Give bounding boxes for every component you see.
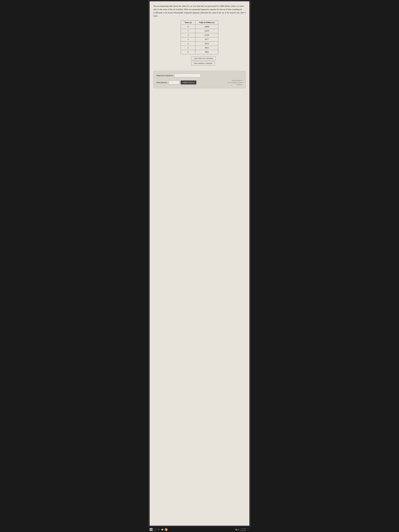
table-row: 211235 [181, 33, 218, 37]
cell-value: 11235 [195, 33, 218, 37]
regression-label: Regression Equation: [157, 74, 173, 77]
table-row: 39177 [181, 37, 218, 42]
table-row: 48214 [181, 42, 218, 46]
search-button[interactable] [154, 528, 156, 531]
final-answer-input[interactable] [169, 81, 179, 84]
table-row: 65862 [181, 50, 218, 54]
final-answer-row: Final Answer: Submit Answer Activate Win… [157, 79, 242, 86]
col-years-header: Years (x) [181, 21, 195, 25]
cell-years: 5 [181, 46, 195, 50]
cell-years: 3 [181, 37, 195, 42]
problem-text: The accompanying table shows the value o… [153, 5, 246, 18]
activate-windows-text: Activate Windows Go to Settings to activ… [228, 79, 242, 86]
windows-start-button[interactable] [150, 528, 152, 531]
cell-value: 6833 [195, 46, 218, 50]
data-table: Years (x) Value in Dollars (y) 014900112… [181, 20, 218, 54]
table-row: 56833 [181, 46, 218, 50]
cell-years: 6 [181, 50, 195, 54]
answer-section: Regression Equation: Final Answer: Submi… [153, 71, 246, 88]
cell-years: 2 [181, 33, 195, 37]
final-answer-label: Final Answer: [157, 81, 167, 84]
cell-value: 5862 [195, 50, 218, 54]
data-table-section: Years (x) Value in Dollars (y) 014900112… [153, 20, 246, 69]
table-row: 112331 [181, 29, 218, 33]
cell-value: 8214 [195, 42, 218, 46]
cell-value: 14900 [195, 25, 218, 29]
regression-equation-input[interactable] [174, 74, 201, 77]
file-explorer-icon[interactable]: 📁 [161, 528, 164, 531]
open-statistics-calculator-button[interactable]: Open Statistics Calculator [191, 61, 215, 65]
regression-row: Regression Equation: [157, 74, 242, 77]
copy-values-button[interactable]: Copy Values for Calculator [191, 56, 215, 60]
cell-years: 0 [181, 25, 195, 29]
cell-years: 1 [181, 29, 195, 33]
taskbar-icons-right: ⌃ 🔔 🔊 [234, 529, 239, 530]
taskbar-clock: 2:01 PM 3/26/2021 [240, 528, 246, 532]
cell-value: 12331 [195, 29, 218, 33]
cell-value: 9177 [195, 37, 218, 42]
table-row: 014900 [181, 25, 218, 29]
taskbar: ⧉ 📁 ⌃ 🔔 🔊 2:01 PM 3/26/2021 □ [148, 527, 251, 532]
cell-years: 4 [181, 42, 195, 46]
task-view-icon[interactable]: ⧉ [157, 528, 160, 531]
buttons-section: Copy Values for Calculator Open Statisti… [191, 56, 215, 65]
submit-answer-button[interactable]: Submit Answer [181, 81, 196, 84]
notification-icon[interactable]: □ [247, 528, 249, 531]
col-value-header: Value in Dollars (y) [195, 21, 218, 25]
chrome-icon[interactable] [165, 528, 168, 531]
taskbar-right: ⌃ 🔔 🔊 2:01 PM 3/26/2021 □ [234, 528, 249, 532]
